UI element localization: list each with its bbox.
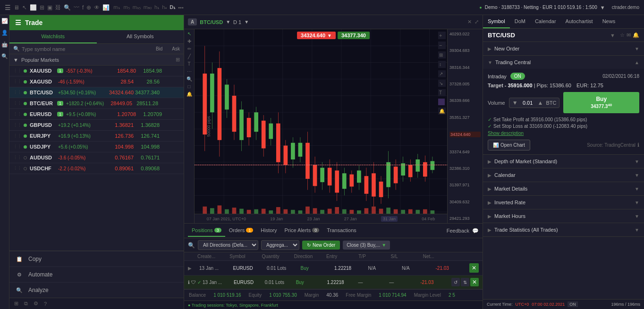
sym-bell-icon[interactable]: 🔔 bbox=[633, 32, 639, 38]
line-tool[interactable]: ╱ bbox=[188, 54, 191, 59]
text-draw-icon[interactable]: T bbox=[438, 89, 446, 96]
reverse-icon[interactable]: ↺ bbox=[451, 278, 460, 286]
alert-bell-icon[interactable]: 🔔 bbox=[438, 108, 446, 115]
tp-check-icon[interactable]: ✓ bbox=[488, 117, 491, 122]
nav-item-analyze[interactable]: 🔍 Analyze bbox=[9, 282, 184, 298]
close-positions-button[interactable]: Close (3) Buy,... ▼ bbox=[343, 241, 390, 250]
tab-calendar[interactable]: Calendar bbox=[530, 15, 561, 28]
help-icon[interactable]: ? bbox=[44, 301, 47, 307]
color-square-icon[interactable] bbox=[438, 99, 445, 105]
direction-filter[interactable]: All Directions (Defa... bbox=[198, 240, 258, 250]
list-item[interactable]: ⋮⋮ XAGUSD -46 (-1.59%) 28.54 28.56 bbox=[9, 76, 184, 87]
menu-icon[interactable]: ☰ bbox=[5, 4, 11, 11]
search-input[interactable] bbox=[22, 46, 156, 52]
settings-icon[interactable]: ⚙ bbox=[34, 301, 38, 307]
table-row[interactable]: ▶ 13 Jan ... EURUSD 0.01 Lots Buy 1.2221… bbox=[184, 261, 483, 276]
market-hours-header[interactable]: ▶ Market Hours ▼ bbox=[483, 209, 644, 223]
list-item[interactable]: ⋮⋮ BTC/EUR 1 +1820.2 (+0.64%) 28449.05 2… bbox=[9, 98, 184, 109]
list-item[interactable]: ⋮⋮ GBPUSD +19.2 (+0.14%) 1.36821 1.36828 bbox=[9, 120, 184, 131]
feedback-icon[interactable]: 💬 bbox=[472, 228, 479, 234]
new-order-button[interactable]: ↻ New Order bbox=[302, 241, 340, 250]
list-item[interactable]: ⋮⋮ EURJPY +16.9 (+0.13%) 126.736 126.741 bbox=[9, 131, 184, 142]
cursor-tool[interactable]: ↖ bbox=[187, 31, 191, 36]
aggregation-filter[interactable]: Aggrega... bbox=[261, 240, 299, 250]
chart-symbol[interactable]: BTC/USD bbox=[200, 19, 223, 25]
tab-news[interactable]: News bbox=[598, 15, 620, 28]
tab-positions[interactable]: Positions 3 bbox=[188, 225, 225, 237]
fib-tool[interactable]: ⋯ bbox=[187, 69, 192, 74]
person-icon[interactable]: 👤 bbox=[1, 30, 8, 36]
open-chart-button[interactable]: 📊 Open Chart bbox=[488, 140, 530, 150]
row-expand-icon[interactable]: ▶ bbox=[188, 266, 197, 271]
calendar-section-header[interactable]: ▶ Calendar ▼ bbox=[483, 168, 644, 182]
chart-timeframe[interactable]: D 1 bbox=[233, 19, 241, 25]
sym-star-icon[interactable]: ☆ bbox=[620, 32, 625, 38]
dropdown-icon[interactable]: ▼ bbox=[600, 5, 605, 10]
tab-transactions[interactable]: Transactions bbox=[323, 225, 360, 237]
trade-stats-header[interactable]: ▶ Trade Statistics (All Trades) ▼ bbox=[483, 223, 644, 236]
magnify-icon[interactable]: 🔍 bbox=[1, 53, 8, 59]
trend-down-icon[interactable]: ↘ bbox=[438, 80, 446, 87]
list-item[interactable]: ⋮⋮ USDCHF -2.2 (-0.02%) 0.89061 0.89068 bbox=[9, 163, 184, 174]
sym-dropdown-icon[interactable]: ▼ bbox=[610, 33, 615, 38]
volume-input[interactable] bbox=[519, 100, 536, 106]
pos-search-icon[interactable]: 🔍 bbox=[188, 242, 195, 249]
sl-check-icon[interactable]: ✓ bbox=[488, 124, 491, 129]
partial-close-icon[interactable]: ⇅ bbox=[461, 278, 469, 286]
row-close-btn[interactable]: ✕ bbox=[470, 278, 479, 286]
alert-tool[interactable]: 🔔 bbox=[186, 92, 192, 97]
row-close-btn[interactable]: ✕ bbox=[469, 263, 479, 273]
list-item[interactable]: ⋮⋮ BTC/USD +534.50 (+0.16%) 34324.640 34… bbox=[9, 87, 184, 98]
nav-item-automate[interactable]: ⚙ Automate bbox=[9, 267, 184, 282]
grid-view-icon[interactable]: ⊞ bbox=[176, 57, 180, 63]
trade-menu-icon[interactable]: ☰ bbox=[15, 19, 21, 26]
tc-toggle[interactable]: ON bbox=[510, 73, 525, 80]
tab-dom[interactable]: DoM bbox=[510, 15, 530, 28]
crosshair-tool[interactable]: ✚ bbox=[187, 39, 191, 44]
tf-dropdown[interactable]: ▼ bbox=[244, 19, 249, 25]
account-label[interactable]: ctrader.demo bbox=[612, 5, 639, 10]
tab-symbol[interactable]: Symbol bbox=[483, 15, 510, 28]
duplicate-icon[interactable]: ⧉ bbox=[24, 301, 28, 307]
vol-up-btn[interactable]: ▲ bbox=[538, 100, 543, 106]
trend-up-icon[interactable]: ↗ bbox=[438, 70, 446, 77]
sym-mail-icon[interactable]: ✉ bbox=[627, 32, 631, 38]
zoom-in-icon[interactable]: + bbox=[438, 32, 446, 39]
tab-watchlists[interactable]: Watchlists bbox=[9, 30, 97, 43]
chart-close-icon[interactable]: ✕ bbox=[467, 19, 472, 25]
fit-icon[interactable]: ⊞ bbox=[438, 51, 446, 58]
tab-all-symbols[interactable]: All Symbols bbox=[97, 30, 184, 43]
tc-section-header[interactable]: ▼ Trading Central ▲ bbox=[483, 56, 644, 69]
zoom-out-icon[interactable]: − bbox=[438, 42, 446, 49]
table-row[interactable]: ℹ 🛡 ✓ 13 Jan ... EURUSD 0.01 Lots Buy 1.… bbox=[184, 276, 483, 289]
pen-tool[interactable]: ✏ bbox=[187, 46, 191, 51]
market-details-header[interactable]: ▶ Market Details ▼ bbox=[483, 182, 644, 195]
list-item[interactable]: ⋮⋮ EURUSD 1 +9.5 (+0.08%) 1.20708 1.2070… bbox=[9, 109, 184, 120]
bot-icon[interactable]: 🤖 bbox=[1, 42, 8, 48]
vol-down-btn[interactable]: ▼ bbox=[512, 100, 518, 106]
new-order-section-header[interactable]: ▶ New Order ▼ bbox=[483, 42, 644, 55]
on-label[interactable]: ON bbox=[568, 301, 578, 307]
dropdown-chevron[interactable]: ▼ bbox=[226, 19, 230, 25]
list-item[interactable]: ⋮⋮ AUDUSD -3.6 (-0.05%) 0.76167 0.76171 bbox=[9, 152, 184, 163]
tab-history[interactable]: History bbox=[257, 225, 280, 237]
show-desc-link[interactable]: Show description bbox=[488, 131, 639, 136]
tc-info-icon[interactable]: ℹ bbox=[637, 142, 639, 148]
popular-markets-header[interactable]: ▼ Popular Markets ⊞ bbox=[9, 54, 184, 66]
tab-autochartist[interactable]: Autochartist bbox=[561, 15, 598, 28]
inverted-rate-header[interactable]: ▶ Inverted Rate ▼ bbox=[483, 196, 644, 209]
zoom-in-tool[interactable]: 🔍 bbox=[186, 76, 192, 82]
price-scale-icon[interactable]: ↕ bbox=[438, 61, 446, 68]
tab-orders[interactable]: Orders 1 bbox=[225, 225, 257, 237]
list-item[interactable]: ⋮⋮ XAUUSD 1 -557 (-0.3%) 1854.80 1854.98 bbox=[9, 66, 184, 76]
text-tool[interactable]: T bbox=[187, 61, 190, 67]
chart-expand-icon[interactable]: ⤢ bbox=[475, 19, 479, 25]
list-item[interactable]: ⋮⋮ USDJPY +5.6 (+0.05%) 104.998 104.998 bbox=[9, 142, 184, 152]
feedback-label[interactable]: Feedback bbox=[447, 228, 469, 234]
shape-tool[interactable]: □ bbox=[187, 84, 190, 89]
nav-item-copy[interactable]: 📋 Copy bbox=[9, 251, 184, 267]
tab-price-alerts[interactable]: Price Alerts 0 bbox=[281, 225, 323, 237]
chart-small-icon[interactable]: 📈 bbox=[1, 18, 8, 24]
dom-section-header[interactable]: ▶ Depth of Market (Standard) ▼ bbox=[483, 155, 644, 168]
buy-button[interactable]: Buy 34377.340 bbox=[563, 92, 639, 113]
